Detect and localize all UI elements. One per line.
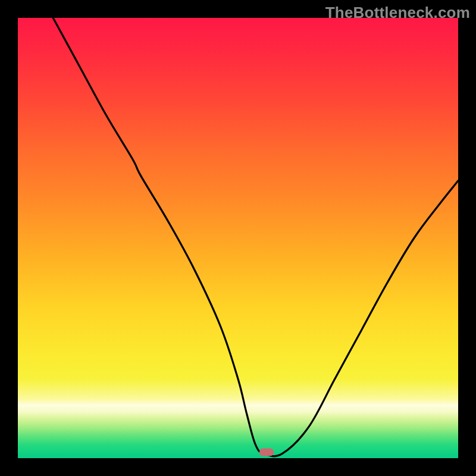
bottleneck-curve — [18, 18, 458, 458]
minimum-marker — [259, 449, 274, 456]
chart-plot-area — [18, 18, 458, 458]
watermark-text: TheBottleneck.com — [325, 4, 470, 22]
